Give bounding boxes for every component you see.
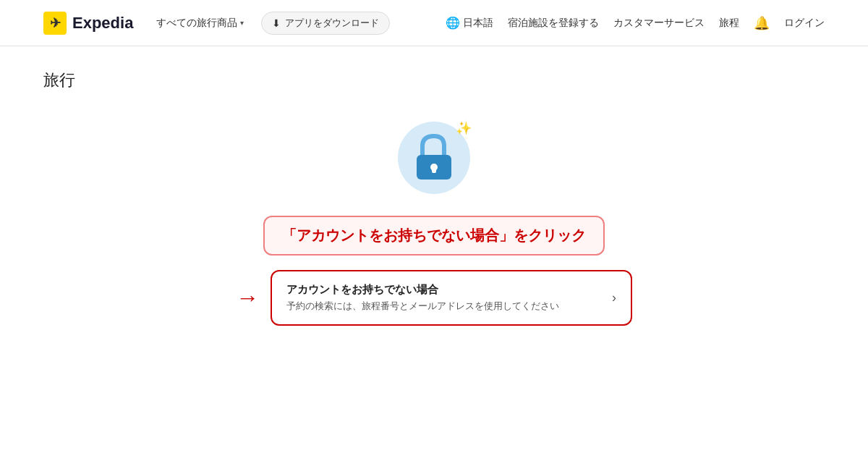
- itinerary-link[interactable]: 旅程: [719, 17, 739, 30]
- language-selector[interactable]: 🌐 日本語: [446, 16, 493, 30]
- all-products-label: すべての旅行商品: [156, 17, 237, 30]
- logo-text: Expedia: [72, 14, 133, 33]
- itinerary-label: 旅程: [719, 17, 739, 30]
- annotation-text: 「アカウントをお持ちでない場合」をクリック: [282, 227, 586, 243]
- annotation-bubble: 「アカウントをお持ちでない場合」をクリック: [263, 216, 605, 256]
- chevron-down-icon: ▾: [240, 19, 244, 27]
- card-row: → アカウントをお持ちでない場合 予約の検索には、旅程番号とメールアドレスを使用…: [181, 270, 687, 326]
- expedia-logo-icon: ✈: [43, 12, 67, 35]
- svg-rect-2: [432, 167, 436, 173]
- sparkle-icon: ✨: [456, 120, 472, 136]
- login-label: ログイン: [784, 17, 825, 30]
- customer-service-label: カスタマーサービス: [613, 17, 705, 30]
- header: ✈ Expedia すべての旅行商品 ▾ ⬇ アプリをダウンロード 🌐 日本語 …: [0, 0, 868, 46]
- register-hotel-link[interactable]: 宿泊施設を登録する: [508, 17, 599, 30]
- logo-area[interactable]: ✈ Expedia: [43, 12, 133, 35]
- header-right: 🌐 日本語 宿泊施設を登録する カスタマーサービス 旅程 🔔 ログイン: [446, 15, 825, 31]
- card-subtitle: 予約の検索には、旅程番号とメールアドレスを使用してください: [286, 300, 559, 313]
- card-content: アカウントをお持ちでない場合 予約の検索には、旅程番号とメールアドレスを使用して…: [286, 283, 559, 313]
- download-icon: ⬇: [272, 17, 281, 29]
- download-btn-label: アプリをダウンロード: [285, 17, 379, 30]
- arrow-right-icon: →: [236, 284, 259, 311]
- bell-button[interactable]: 🔔: [754, 15, 770, 31]
- card-chevron-icon: ›: [612, 290, 616, 305]
- no-account-card[interactable]: アカウントをお持ちでない場合 予約の検索には、旅程番号とメールアドレスを使用して…: [271, 270, 632, 326]
- globe-icon: 🌐: [446, 16, 460, 30]
- card-title: アカウントをお持ちでない場合: [286, 283, 559, 297]
- main-content: 旅行 ✨ 「アカウントをお持ちでない場合」をクリック → アカウントをお持ちでな…: [0, 46, 868, 326]
- page-title: 旅行: [43, 69, 75, 91]
- bell-icon: 🔔: [754, 15, 770, 31]
- download-app-button[interactable]: ⬇ アプリをダウンロード: [261, 12, 390, 35]
- lock-illustration: ✨: [391, 114, 477, 201]
- all-products-nav[interactable]: すべての旅行商品 ▾: [156, 17, 244, 30]
- login-button[interactable]: ログイン: [784, 17, 825, 30]
- customer-service-link[interactable]: カスタマーサービス: [613, 17, 705, 30]
- lock-icon: [407, 130, 461, 185]
- language-label: 日本語: [463, 17, 493, 30]
- register-label: 宿泊施設を登録する: [508, 17, 599, 30]
